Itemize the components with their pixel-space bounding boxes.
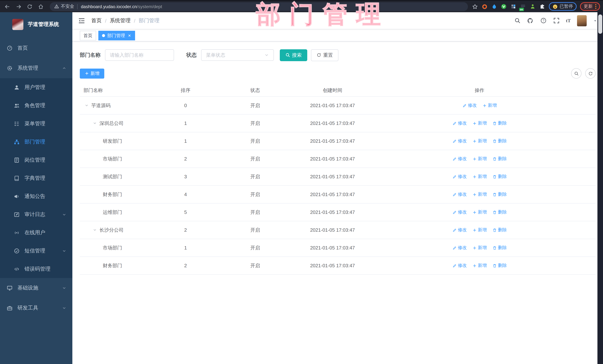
row-action-edit[interactable]: 修改: [462, 102, 477, 109]
sidebar-item-label: 通知公告: [24, 193, 45, 200]
code-icon: [14, 266, 20, 272]
edit-icon: [462, 103, 467, 108]
row-action-plus[interactable]: 新增: [472, 227, 487, 233]
expand-caret-icon[interactable]: [84, 103, 89, 108]
sidebar-item-system-management[interactable]: 系统管理: [0, 58, 72, 78]
avatar-caret-icon[interactable]: [593, 18, 597, 23]
sidebar-item-sms-management[interactable]: 短信管理: [0, 242, 72, 260]
extension-blue-drop-icon[interactable]: [491, 3, 497, 10]
extension-list-on-icon[interactable]: on: [520, 3, 526, 10]
github-icon[interactable]: [527, 17, 533, 24]
row-action-trash[interactable]: 删除: [492, 156, 507, 162]
sidebar-item-infrastructure[interactable]: 基础设施: [0, 278, 72, 298]
row-action-edit[interactable]: 修改: [452, 156, 467, 162]
sidebar-item-dict-management[interactable]: 字典管理: [0, 169, 72, 187]
row-action-trash[interactable]: 删除: [492, 120, 507, 126]
reload-icon[interactable]: [25, 2, 34, 11]
font-size-icon[interactable]: tT: [566, 18, 571, 23]
row-action-plus[interactable]: 新增: [482, 102, 497, 109]
breadcrumb-home[interactable]: 首页: [91, 17, 102, 24]
extension-green-check-icon[interactable]: [500, 3, 507, 10]
browser-scrollbar[interactable]: [597, 12, 603, 364]
close-icon[interactable]: [127, 33, 131, 38]
table-row: 长沙分公司2开启2021-01-05 17:03:47修改新增删除: [80, 221, 596, 239]
created-cell: 2021-01-05 17:03:47: [302, 138, 363, 144]
row-action-edit[interactable]: 修改: [452, 245, 467, 251]
sidebar-item-notice-announcement[interactable]: 通知公告: [0, 187, 72, 205]
sidebar-item-user-management[interactable]: 用户管理: [0, 78, 72, 96]
row-action-plus[interactable]: 新增: [472, 120, 487, 126]
row-action-plus[interactable]: 新增: [472, 191, 487, 198]
update-button[interactable]: 更新: [580, 2, 600, 11]
created-cell: 2021-01-05 17:03:47: [302, 156, 363, 162]
expand-caret-icon[interactable]: [93, 228, 97, 232]
row-action-edit[interactable]: 修改: [452, 138, 467, 144]
status-label: 状态: [186, 52, 197, 58]
dept-name-input[interactable]: [105, 49, 174, 61]
dept-name-cell: 深圳总公司: [80, 120, 162, 127]
home-icon[interactable]: [36, 2, 45, 11]
back-icon[interactable]: [3, 2, 12, 11]
bookmark-star-icon[interactable]: [472, 3, 478, 10]
edit-icon: [452, 139, 457, 143]
row-action-edit[interactable]: 修改: [452, 263, 467, 269]
row-action-edit[interactable]: 修改: [452, 174, 467, 180]
sidebar-item-home[interactable]: 首页: [0, 38, 72, 58]
scrollbar-thumb[interactable]: [598, 14, 602, 34]
expand-caret-icon[interactable]: [93, 121, 97, 126]
row-action-trash[interactable]: 删除: [492, 245, 507, 251]
sidebar-item-audit-log[interactable]: 审计日志: [0, 205, 72, 223]
row-action-plus[interactable]: 新增: [472, 245, 487, 251]
sidebar-item-dev-tools[interactable]: 研发工具: [0, 298, 72, 318]
url-separator: [77, 4, 78, 9]
row-action-edit[interactable]: 修改: [452, 209, 467, 215]
sidebar-item-dept-management[interactable]: 部门管理: [0, 133, 72, 151]
row-action-trash[interactable]: 删除: [492, 263, 507, 269]
help-icon[interactable]: ?: [540, 17, 547, 24]
sidebar-item-role-management[interactable]: 角色管理: [0, 96, 72, 115]
app-logo[interactable]: 芋道管理系统: [0, 16, 72, 33]
trash-icon: [492, 174, 497, 179]
extensions-puzzle-icon[interactable]: [539, 3, 545, 10]
browser-menu-dots-icon[interactable]: [595, 4, 596, 9]
row-action-plus[interactable]: 新增: [472, 138, 487, 144]
add-button[interactable]: 新增: [80, 68, 104, 78]
avatar[interactable]: [577, 15, 587, 26]
url-bar[interactable]: 不安全 dashboard.yudao.iocoder.cn/system/de…: [50, 2, 468, 11]
tab-home[interactable]: 首页: [80, 31, 96, 40]
breadcrumb-system[interactable]: 系统管理: [110, 17, 131, 24]
extension-orange-ring-icon[interactable]: [481, 3, 487, 10]
row-action-edit[interactable]: 修改: [452, 120, 467, 126]
row-action-trash[interactable]: 删除: [492, 138, 507, 144]
fullscreen-icon[interactable]: [553, 17, 560, 24]
status-select[interactable]: 菜单状态: [201, 49, 274, 61]
search-button[interactable]: 搜索: [280, 49, 307, 61]
row-action-trash[interactable]: 删除: [492, 174, 507, 180]
row-action-plus[interactable]: 新增: [472, 156, 487, 162]
sidebar-item-menu-management[interactable]: 菜单管理: [0, 115, 72, 133]
actions-cell: 修改新增: [363, 102, 596, 109]
status-cell: 开启: [209, 227, 302, 233]
hamburger-icon[interactable]: [78, 17, 85, 24]
sidebar-item-post-management[interactable]: 岗位管理: [0, 151, 72, 169]
reset-button[interactable]: 重置: [311, 49, 338, 61]
row-action-edit[interactable]: 修改: [452, 191, 467, 198]
filter-form: 部门名称 状态 菜单状态 搜索 重置: [80, 49, 596, 61]
forward-icon[interactable]: [14, 2, 23, 11]
sidebar-item-error-code-management[interactable]: 错误码管理: [0, 260, 72, 278]
row-action-plus[interactable]: 新增: [472, 263, 487, 269]
toggle-search-button[interactable]: [571, 68, 581, 78]
row-action-edit[interactable]: 修改: [452, 227, 467, 233]
row-action-trash[interactable]: 删除: [492, 191, 507, 198]
row-action-trash[interactable]: 删除: [492, 209, 507, 215]
row-action-plus[interactable]: 新增: [472, 209, 487, 215]
tab-dept-management[interactable]: 部门管理: [98, 31, 135, 40]
paused-badge[interactable]: 已暂停: [549, 2, 577, 11]
extension-green-person-icon[interactable]: [530, 3, 536, 10]
row-action-plus[interactable]: 新增: [472, 174, 487, 180]
refresh-table-button[interactable]: [585, 68, 596, 78]
sidebar-item-online-users[interactable]: 在线用户: [0, 223, 72, 242]
extension-squares-icon[interactable]: [510, 3, 517, 10]
row-action-trash[interactable]: 删除: [492, 227, 507, 233]
search-icon[interactable]: [514, 17, 521, 24]
